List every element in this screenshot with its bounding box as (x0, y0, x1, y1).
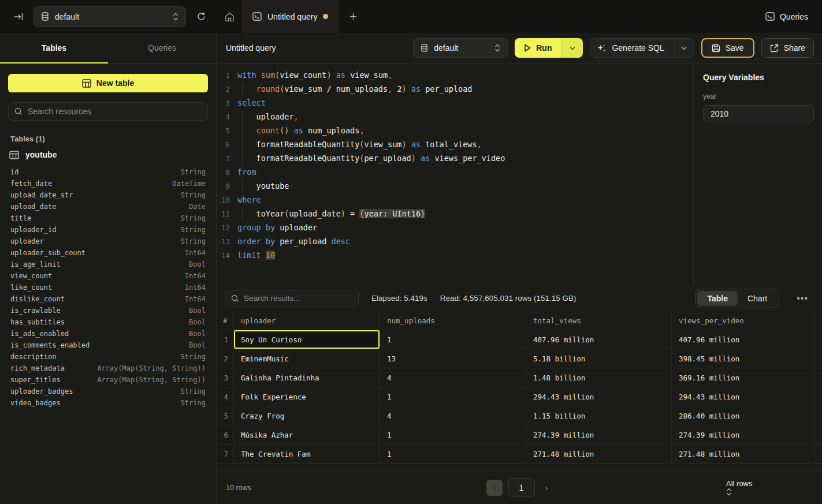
variable-input-year[interactable] (703, 105, 814, 122)
column-row[interactable]: like_countInt64 (10, 282, 206, 293)
row-number-cell[interactable]: 1 (217, 330, 234, 349)
connection-select[interactable]: default (34, 6, 186, 27)
data-cell[interactable]: 398.45 million (672, 349, 815, 368)
data-cell[interactable]: 294.43 million (526, 387, 672, 406)
data-cell[interactable]: 1 (380, 330, 526, 349)
generate-sql-options[interactable] (675, 42, 687, 54)
code-line[interactable]: 11 toYear(upload_date) = {year: UInt16} (217, 207, 693, 221)
column-row[interactable]: dislike_countInt64 (10, 293, 206, 305)
data-cell[interactable]: Músika Azhar (234, 425, 380, 444)
code-line[interactable]: 8from (217, 165, 693, 179)
code-line[interactable]: 7 formatReadableQuantity(per_upload) as … (217, 151, 693, 165)
data-cell[interactable]: EminemMusic (234, 349, 380, 368)
row-number-cell[interactable]: 3 (217, 368, 234, 387)
column-row[interactable]: idString (10, 166, 206, 178)
code-line[interactable]: 9 youtube (217, 179, 693, 193)
page-size-select[interactable]: All rows (726, 479, 813, 496)
data-cell[interactable]: 1.15 billion (526, 406, 672, 425)
run-options-button[interactable] (561, 38, 583, 58)
data-cell[interactable]: 294.43 million (672, 387, 815, 406)
tab-untitled-query[interactable]: Untitled query (242, 0, 339, 33)
column-row[interactable]: has_subtitlesBool (10, 316, 206, 328)
view-toggle-table[interactable]: Table (697, 291, 738, 306)
data-cell[interactable]: 407.96 million (672, 330, 815, 349)
page-number-box[interactable]: 1 (508, 478, 535, 497)
run-button[interactable]: Run (515, 38, 561, 58)
sql-editor[interactable]: 1with sum(view_count) as view_sum,2 roun… (217, 64, 693, 285)
column-row[interactable]: uploader_idString (10, 224, 206, 236)
code-line[interactable]: 13order by per_upload desc (217, 234, 693, 248)
column-row[interactable]: titleString (10, 212, 206, 224)
data-cell[interactable]: 286.40 million (672, 406, 815, 425)
data-cell[interactable]: 407.96 million (526, 330, 672, 349)
column-row[interactable]: upload_dateDate (10, 201, 206, 212)
data-cell[interactable]: 1 (380, 425, 526, 444)
data-cell[interactable]: 271.48 million (526, 445, 672, 463)
save-button[interactable]: Save (701, 38, 754, 58)
sidebar-tab-tables[interactable]: Tables (0, 33, 108, 63)
code-line[interactable]: 2 round(view_sum / num_uploads, 2) as pe… (217, 82, 693, 96)
data-cell[interactable]: 5.18 billion (526, 349, 672, 368)
next-page-button[interactable]: › (541, 480, 553, 495)
home-tab-button[interactable] (217, 0, 242, 33)
row-number-cell[interactable]: 4 (217, 387, 234, 406)
column-row[interactable]: video_badgesString (10, 397, 206, 409)
data-cell[interactable]: Soy Un Curioso (234, 330, 380, 349)
row-number-cell[interactable]: 2 (217, 349, 234, 368)
prev-page-button[interactable]: ‹ (486, 480, 503, 496)
column-row[interactable]: is_ads_enabledBool (10, 328, 206, 339)
share-button[interactable]: Share (761, 38, 814, 58)
table-item-youtube[interactable]: youtube (9, 150, 206, 159)
column-row[interactable]: rich_metadataArray(Map(String, String)) (10, 363, 206, 374)
code-line[interactable]: 5 count() as num_uploads, (217, 124, 693, 137)
results-search-input[interactable] (244, 294, 352, 303)
data-cell[interactable]: Galinha Pintadinha (234, 368, 380, 387)
column-header[interactable]: uploader (234, 311, 380, 330)
view-toggle-chart[interactable]: Chart (738, 291, 777, 306)
data-cell[interactable]: 369.16 million (672, 368, 815, 387)
code-line[interactable]: 10where (217, 193, 693, 207)
data-cell[interactable]: 13 (380, 349, 526, 368)
column-row[interactable]: is_comments_enabledBool (10, 339, 206, 351)
code-line[interactable]: 4 uploader, (217, 110, 693, 124)
results-menu-button[interactable]: ••• (792, 291, 813, 306)
new-table-button[interactable]: New table (8, 74, 208, 92)
refresh-button[interactable] (194, 9, 209, 24)
generate-sql-button[interactable]: Generate SQL (590, 38, 694, 58)
data-cell[interactable]: The Crevatin Fam (234, 445, 380, 463)
code-line[interactable]: 6 formatReadableQuantity(view_sum) as to… (217, 137, 693, 151)
data-cell[interactable]: 4 (380, 368, 526, 387)
data-cell[interactable]: 274.39 million (526, 425, 672, 444)
column-row[interactable]: view_countInt64 (10, 270, 206, 282)
new-tab-button[interactable] (339, 0, 367, 33)
column-row[interactable]: uploaderString (10, 236, 206, 247)
row-number-cell[interactable]: 5 (217, 406, 234, 425)
column-row[interactable]: super_titlesArray(Map(String, String)) (10, 374, 206, 386)
column-row[interactable]: is_age_limitBool (10, 259, 206, 270)
column-row[interactable]: upload_date_strString (10, 189, 206, 201)
column-row[interactable]: descriptionString (10, 351, 206, 363)
code-line[interactable]: 1with sum(view_count) as view_sum, (217, 68, 693, 82)
column-row[interactable]: uploader_sub_countInt64 (10, 247, 206, 259)
resource-search-input[interactable] (28, 107, 202, 116)
data-cell[interactable]: 1 (380, 445, 526, 463)
data-cell[interactable]: Crazy Frog (234, 406, 380, 425)
collapse-sidebar-button[interactable] (12, 10, 25, 23)
column-header[interactable]: views_per_video (672, 311, 815, 330)
sidebar-tab-queries[interactable]: Queries (108, 33, 216, 63)
column-row[interactable]: uploader_badgesString (10, 386, 206, 397)
column-row[interactable]: is_crawlableBool (10, 305, 206, 316)
column-row[interactable]: fetch_dateDateTime (10, 178, 206, 189)
database-select[interactable]: default (413, 38, 508, 58)
data-cell[interactable]: 274.39 million (672, 425, 815, 444)
data-cell[interactable]: Folk Experience (234, 387, 380, 406)
row-number-cell[interactable]: 7 (217, 445, 234, 463)
data-cell[interactable]: 1.48 billion (526, 368, 672, 387)
data-cell[interactable]: 271.48 million (672, 445, 815, 463)
queries-button[interactable]: Queries (752, 0, 822, 33)
code-line[interactable]: 12group by uploader (217, 221, 693, 234)
code-line[interactable]: 3select (217, 96, 693, 110)
column-header[interactable]: # (217, 311, 234, 330)
row-number-cell[interactable]: 6 (217, 425, 234, 444)
data-cell[interactable]: 4 (380, 406, 526, 425)
